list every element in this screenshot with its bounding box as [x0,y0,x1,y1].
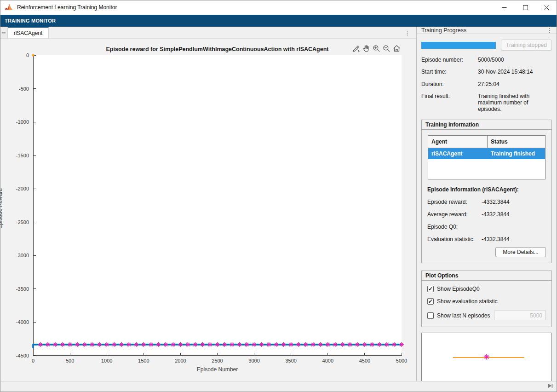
show-evaluation-statistic-row: ✓ Show evaluation statistic [427,298,546,305]
workspace: rlSACAgent ⋮ Episode reward for SimplePe… [0,27,557,381]
show-episodeq0-label: Show EpisodeQ0 [437,286,480,292]
tab-label: rlSACAgent [14,30,43,36]
agent-column-header: Agent [428,136,488,148]
zoom-out-icon[interactable] [382,44,391,53]
show-evaluation-statistic-label: Show evaluation statistic [437,298,497,305]
agent-table: Agent Status rlSACAgent Training finishe… [428,135,546,179]
x-tick-label: 1000 [101,358,112,363]
tab-overflow-menu-icon[interactable]: ⋮ [404,27,410,39]
training-information-body: Agent Status rlSACAgent Training finishe… [421,130,552,263]
status-column-header: Status [488,136,545,148]
training-progress-bar [421,42,496,49]
y-tick-label: -2500 [16,219,29,225]
x-axis-label: Episode Number [33,366,402,373]
x-tick-label: 4500 [359,358,370,363]
titlebar: Reinforcement Learning Training Monitor [0,0,557,15]
duration-row: Duration: 27:25:04 [421,81,552,87]
preview-plot [421,333,552,382]
window-title: Reinforcement Learning Training Monitor [17,4,117,11]
tab-strip: rlSACAgent ⋮ [0,27,416,39]
episode-reward-value: -4332.3844 [482,199,510,205]
start-time-value: 30-Nov-2024 15:48:14 [478,69,552,75]
x-tick-label: 0 [32,358,34,363]
x-tick-label: 3500 [285,358,296,363]
y-tick-label: -2000 [16,186,29,191]
y-axis-label: Episode Reward [0,181,3,236]
y-tick-label: -1000 [16,119,29,125]
plot-area[interactable]: 0500100015002000250030003500400045005000… [33,55,402,356]
home-icon[interactable] [392,44,401,53]
maximize-button[interactable] [515,0,536,15]
last-n-episodes-input[interactable] [494,311,546,320]
start-time-label: Start time: [421,69,478,75]
plot-options-section: Plot Options ✓ Show EpisodeQ0 ✓ Show eva… [421,271,552,327]
side-panel-header: Training Progress ⋮ [417,27,557,34]
final-result-label: Final result: [421,93,478,112]
plot-canvas [33,55,402,356]
training-information-header: Training Information [421,120,552,130]
duration-label: Duration: [421,81,478,87]
zoom-in-icon[interactable] [372,44,381,53]
figure-panel: rlSACAgent ⋮ Episode reward for SimplePe… [0,27,417,381]
episode-info-title: Episode Information (rlSACAgent): [427,186,546,193]
axes-toolbar [352,44,401,53]
start-time-row: Start time: 30-Nov-2024 15:48:14 [421,69,552,75]
minimize-button[interactable] [494,0,515,15]
plot-options-header: Plot Options [421,271,552,281]
agent-table-row[interactable]: rlSACAgent Training finished [428,148,545,159]
plot-title: Episode reward for SimplePendlumWithImag… [33,46,402,52]
preview-evaluation-marker-icon [483,353,490,361]
show-episodeq0-checkbox[interactable]: ✓ [427,286,434,292]
figure-area: Episode reward for SimplePendlumWithImag… [0,39,416,381]
more-details-button[interactable]: More Details... [495,247,546,257]
training-information-section: Training Information Agent Status rlSACA… [421,120,552,263]
pan-icon[interactable] [362,44,371,53]
x-tick-label: 2500 [212,358,223,363]
episode-reward-row: Episode reward: -4332.3844 [427,199,546,205]
show-episodeq0-row: ✓ Show EpisodeQ0 [427,286,546,292]
y-tick-label: -500 [19,86,29,92]
y-tick-label: -3500 [16,286,29,292]
final-result-row: Final result: Training finished with max… [421,93,552,112]
episode-number-row: Episode number: 5000/5000 [421,57,552,63]
agent-table-header: Agent Status [428,136,545,148]
training-stopped-button[interactable]: Training stopped [501,40,552,51]
show-last-n-episodes-checkbox[interactable] [427,312,434,319]
x-tick-label: 500 [66,358,74,363]
show-last-n-episodes-label: Show last N episodes [437,312,490,319]
evaluation-statistic-value: -4332.3844 [482,236,510,242]
y-tick-label: -1500 [16,153,29,158]
average-reward-value: -4332.3844 [482,211,510,218]
average-reward-label: Average reward: [427,211,482,218]
side-panel-content: Training stopped Episode number: 5000/50… [417,34,557,382]
side-panel-menu-icon[interactable]: ⋮ [546,27,552,34]
expand-right-icon[interactable] [547,383,553,390]
y-tick-label: -3000 [16,253,29,258]
show-evaluation-statistic-checkbox[interactable]: ✓ [427,298,434,305]
statusbar [0,381,557,392]
episode-number-value: 5000/5000 [478,57,552,63]
toolstrip: TRAINING MONITOR [0,15,557,27]
x-tick-label: 1500 [138,358,149,363]
evaluation-statistic-row: Evaluation statistic: -4332.3844 [427,236,546,242]
y-tick-label: -4000 [16,319,29,325]
x-tick-label: 5000 [396,358,407,363]
matlab-logo-icon [5,4,13,11]
tab-rlsacagent[interactable]: rlSACAgent [8,27,49,38]
y-tick-label: -4500 [16,353,29,358]
y-tick-label: 0 [26,52,29,58]
x-tick-label: 2000 [175,358,186,363]
status-cell: Training finished [488,148,535,159]
episode-q0-label: Episode Q0: [427,224,482,230]
agent-cell: rlSACAgent [428,148,488,159]
episode-number-label: Episode number: [421,57,478,63]
plot-options-body: ✓ Show EpisodeQ0 ✓ Show evaluation stati… [421,281,552,327]
episode-reward-label: Episode reward: [427,199,482,205]
side-panel: Training Progress ⋮ Training stopped Epi… [417,27,557,381]
show-last-n-episodes-row: Show last N episodes [427,311,546,320]
edit-plot-icon[interactable] [352,44,361,53]
evaluation-statistic-label: Evaluation statistic: [427,236,482,242]
average-reward-row: Average reward: -4332.3844 [427,211,546,218]
close-button[interactable] [536,0,557,15]
tab-drag-handle-icon[interactable] [0,27,8,38]
